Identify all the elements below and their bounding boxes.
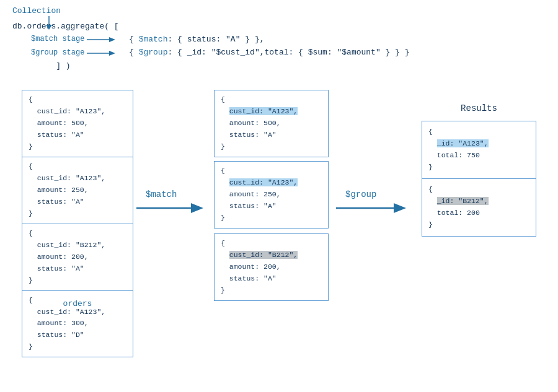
results-title: Results bbox=[422, 103, 536, 113]
code-section: Collection db.orders.aggregate( [ $match… bbox=[12, 5, 410, 73]
doc-2: { cust_id: "A123", amount: 250, status: … bbox=[22, 157, 133, 224]
match-highlight-2: cust_id: "A123", bbox=[229, 178, 298, 186]
match-doc-3: { cust_id: "B212", amount: 200, status: … bbox=[214, 233, 329, 301]
svg-marker-1 bbox=[46, 25, 52, 30]
collection-box: { cust_id: "A123", amount: 500, status: … bbox=[22, 90, 133, 357]
collection-down-arrow bbox=[45, 16, 53, 30]
match-code: { $match: { status: "A" } }, bbox=[119, 33, 264, 46]
results-box: { _id: "A123", total: 750 } { _id: "B212… bbox=[422, 121, 536, 237]
match-doc-1: { cust_id: "A123", amount: 500, status: … bbox=[214, 90, 329, 157]
page: Collection db.orders.aggregate( [ $match… bbox=[0, 0, 558, 392]
group-big-arrow: $group bbox=[336, 186, 414, 217]
svg-marker-3 bbox=[109, 37, 115, 42]
group-code: { $group: { _id: "$cust_id",total: { $su… bbox=[119, 46, 409, 59]
svg-marker-11 bbox=[394, 203, 406, 213]
collection-label-bottom: orders bbox=[22, 299, 133, 308]
result-highlight-1: _id: "A123", bbox=[437, 139, 489, 147]
code-main-line: db.orders.aggregate( [ bbox=[12, 22, 119, 31]
diagram-area: { cust_id: "A123", amount: 500, status: … bbox=[9, 90, 549, 381]
doc-3: { cust_id: "B212", amount: 200, status: … bbox=[22, 224, 133, 291]
collection-label: Collection bbox=[12, 6, 61, 15]
match-big-arrow: $match bbox=[136, 186, 211, 217]
svg-text:$match: $match bbox=[146, 189, 177, 199]
match-highlight-1: cust_id: "A123", bbox=[229, 107, 298, 115]
result-doc-1: { _id: "A123", total: 750 } bbox=[422, 121, 536, 179]
doc-1: { cust_id: "A123", amount: 500, status: … bbox=[22, 90, 133, 157]
match-highlight-3: cust_id: "B212", bbox=[229, 251, 298, 259]
match-doc-2: { cust_id: "A123", amount: 250, status: … bbox=[214, 161, 329, 229]
group-stage-label: $group stage bbox=[31, 47, 84, 59]
svg-text:$group: $group bbox=[345, 189, 376, 199]
result-doc-2: { _id: "B212", total: 200 } bbox=[422, 179, 536, 236]
svg-marker-5 bbox=[109, 51, 115, 56]
match-arrow-svg bbox=[87, 36, 117, 43]
match-stage-label: $match stage bbox=[31, 33, 84, 45]
code-close-line: ] ) bbox=[12, 61, 71, 71]
svg-marker-8 bbox=[191, 203, 203, 213]
result-highlight-2: _id: "B212", bbox=[437, 197, 489, 205]
group-arrow-svg bbox=[87, 50, 117, 57]
